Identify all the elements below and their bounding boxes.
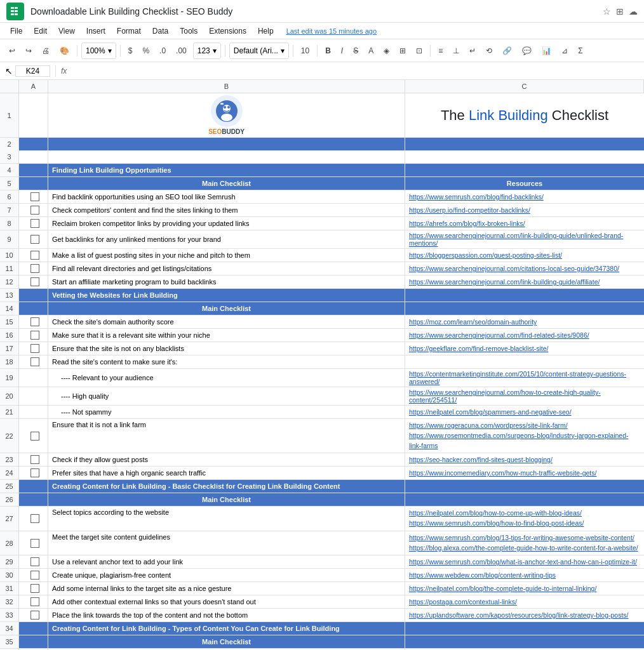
zoom-dropdown[interactable]: 100% ▾	[81, 43, 116, 59]
link-7c[interactable]: https://userp.io/find-competitor-backlin…	[409, 206, 530, 214]
link-31c[interactable]: https://neilpatel.com/blog/the-complete-…	[409, 585, 596, 592]
checkbox-27[interactable]	[30, 514, 39, 523]
chart-button[interactable]: 📊	[538, 43, 555, 59]
link-15c[interactable]: https://moz.com/learn/seo/domain-authori…	[409, 318, 537, 326]
comment-button[interactable]: 💬	[518, 43, 535, 59]
checkbox-15[interactable]	[30, 317, 39, 326]
link-27c-1[interactable]: https://neilpatel.com/blog/how-to-come-u…	[409, 508, 584, 519]
cell-13a	[19, 289, 48, 302]
checkbox-24[interactable]	[30, 468, 39, 477]
cell-reference-input[interactable]	[15, 65, 50, 77]
link-33c[interactable]: https://uplandsoftware.com/kapost/resour…	[409, 611, 629, 619]
bold-button[interactable]: B	[321, 43, 335, 59]
link-17c[interactable]: https://geekflare.com/find-remove-blackl…	[409, 345, 548, 352]
link-28c-1[interactable]: https://www.semrush.com/blog/13-tips-for…	[409, 533, 638, 543]
checkbox-6[interactable]	[30, 192, 39, 201]
menu-file[interactable]: File	[5, 25, 27, 37]
strikethrough-button[interactable]: S	[349, 43, 362, 59]
highlight-button[interactable]: ◈	[380, 43, 393, 59]
align-button[interactable]: ≡	[434, 43, 446, 59]
checkbox-31[interactable]	[30, 584, 39, 593]
row-number: 31	[0, 582, 19, 595]
checkbox-17[interactable]	[30, 344, 39, 353]
link-19c[interactable]: https://contentmarketinginstitute.com/20…	[409, 370, 640, 385]
font-color-button[interactable]: A	[365, 43, 377, 59]
checkbox-23[interactable]	[30, 455, 39, 464]
cell-27c: https://neilpatel.com/blog/how-to-come-u…	[405, 507, 644, 531]
currency-button[interactable]: $	[124, 43, 137, 59]
borders-button[interactable]: ⊞	[396, 43, 410, 59]
link-button[interactable]: 🔗	[499, 43, 516, 59]
checkbox-12[interactable]	[30, 277, 39, 286]
checkbox-10[interactable]	[30, 251, 39, 260]
wrap-button[interactable]: ↵	[466, 43, 480, 59]
valign-button[interactable]: ⊥	[449, 43, 463, 59]
link-8c[interactable]: https://ahrefs.com/blog/fix-broken-links…	[409, 220, 525, 227]
undo-button[interactable]: ↩	[5, 43, 19, 59]
link-29c[interactable]: https://www.semrush.com/blog/what-is-anc…	[409, 558, 637, 566]
col-header-b[interactable]: B	[48, 80, 405, 93]
drive-icon[interactable]: ⊞	[616, 6, 624, 17]
cell-7a	[19, 204, 48, 216]
menu-extensions[interactable]: Extensions	[204, 25, 252, 37]
decimal1-button[interactable]: .0	[156, 43, 170, 59]
checkbox-16[interactable]	[30, 331, 39, 340]
rotate-button[interactable]: ⟲	[482, 43, 496, 59]
link-22c-2[interactable]: https://www.rosemontmedia.com/surgeons-b…	[409, 431, 640, 451]
link-21c[interactable]: https://neilpatel.com/blog/spammers-and-…	[409, 408, 572, 416]
function-button[interactable]: Σ	[574, 43, 586, 59]
link-11c[interactable]: https://www.searchenginejournal.com/cita…	[409, 265, 619, 272]
checkbox-29[interactable]	[30, 557, 39, 566]
paint-format-button[interactable]: 🎨	[56, 43, 73, 59]
font-size-field[interactable]: 10	[297, 43, 313, 59]
toolbar-sep-1	[77, 45, 77, 56]
link-24c[interactable]: https://www.incomemediary.com/how-much-t…	[409, 469, 596, 477]
checkbox-9[interactable]	[30, 235, 39, 244]
checkbox-11[interactable]	[30, 264, 39, 273]
link-9c[interactable]: https://www.searchenginejournal.com/link…	[409, 232, 640, 247]
row-number: 11	[0, 262, 19, 275]
link-6c[interactable]: https://www.semrush.com/blog/find-backli…	[409, 193, 544, 201]
checkbox-18[interactable]	[30, 357, 39, 366]
menu-tools[interactable]: Tools	[175, 25, 203, 37]
checkbox-22[interactable]	[30, 432, 39, 441]
checkbox-7[interactable]	[30, 206, 39, 215]
cell-27a	[19, 507, 48, 531]
redo-button[interactable]: ↪	[22, 43, 36, 59]
link-10c[interactable]: https://bloggerspassion.com/guest-postin…	[409, 251, 562, 259]
menu-data[interactable]: Data	[147, 25, 173, 37]
cloud-icon[interactable]: ☁	[629, 6, 638, 17]
checkbox-33[interactable]	[30, 611, 39, 620]
percent-button[interactable]: %	[138, 43, 153, 59]
link-12c[interactable]: https://www.searchenginejournal.com/link…	[409, 278, 600, 286]
print-button[interactable]: 🖨	[38, 43, 53, 59]
checkbox-30[interactable]	[30, 571, 39, 580]
link-16c[interactable]: https://www.searchenginejournal.com/find…	[409, 331, 589, 339]
link-22c-1[interactable]: https://www.rogeracuna.com/wordpress/sit…	[409, 421, 640, 431]
link-23c[interactable]: https://seo-hacker.com/find-sites-guest-…	[409, 456, 553, 463]
col-header-c[interactable]: C	[405, 80, 644, 93]
filter-button[interactable]: ⊿	[558, 43, 572, 59]
checkbox-32[interactable]	[30, 597, 39, 606]
number-chevron: ▾	[213, 46, 217, 55]
checkbox-8[interactable]	[30, 219, 39, 228]
link-30c[interactable]: https://www.webdew.com/blog/content-writ…	[409, 571, 556, 579]
menu-insert[interactable]: Insert	[81, 25, 111, 37]
italic-button[interactable]: I	[337, 43, 347, 59]
link-28c-2[interactable]: https://blog.alexa.com/the-complete-guid…	[409, 543, 638, 554]
menu-format[interactable]: Format	[112, 25, 146, 37]
star-icon[interactable]: ☆	[603, 6, 611, 17]
col-header-a[interactable]: A	[19, 80, 48, 93]
svg-rect-4	[15, 10, 18, 12]
decimal2-button[interactable]: .00	[172, 43, 191, 59]
checkbox-28[interactable]	[30, 539, 39, 548]
link-20c[interactable]: https://www.searchenginejournal.com/how-…	[409, 388, 640, 404]
link-27c-2[interactable]: https://www.semrush.com/blog/how-to-find…	[409, 519, 584, 529]
merge-button[interactable]: ⊡	[412, 43, 426, 59]
menu-view[interactable]: View	[53, 25, 80, 37]
number-format-dropdown[interactable]: 123 ▾	[193, 43, 221, 59]
font-dropdown[interactable]: Default (Ari... ▾	[229, 43, 289, 59]
menu-help[interactable]: Help	[253, 25, 279, 37]
link-32c[interactable]: https://postaga.com/contextual-links/	[409, 598, 517, 606]
menu-edit[interactable]: Edit	[29, 25, 52, 37]
